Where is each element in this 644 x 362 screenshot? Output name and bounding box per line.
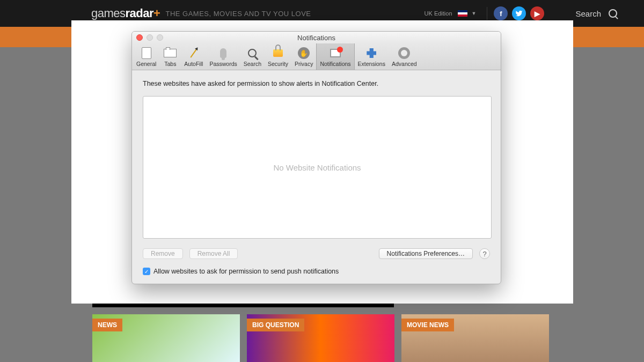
category-badge: MOVIE NEWS xyxy=(401,319,454,331)
tab-tabs[interactable]: Tabs xyxy=(159,43,181,70)
search-icon[interactable] xyxy=(609,9,617,18)
general-icon xyxy=(139,46,154,60)
tagline: THE GAMES, MOVIES AND TV YOU LOVE xyxy=(165,10,311,18)
panel-description: These websites have asked for permission… xyxy=(143,80,490,87)
tab-passwords[interactable]: Passwords xyxy=(206,43,240,70)
help-button[interactable]: ? xyxy=(479,248,490,259)
tab-extensions[interactable]: Extensions xyxy=(355,43,389,70)
hand-icon: ✋ xyxy=(296,46,311,60)
twitter-icon[interactable] xyxy=(512,6,526,20)
tab-search[interactable]: Search xyxy=(240,43,265,70)
facebook-icon[interactable]: f xyxy=(494,6,508,20)
article-card[interactable]: BIG QUESTION xyxy=(247,314,394,362)
pencil-icon xyxy=(186,46,201,60)
tab-autofill[interactable]: AutoFill xyxy=(181,43,206,70)
magnifier-icon xyxy=(245,46,260,60)
divider xyxy=(487,7,487,20)
preferences-toolbar: General Tabs AutoFill Passwords Search S… xyxy=(132,43,501,70)
article-card[interactable]: MOVIE NEWS xyxy=(401,314,549,362)
window-zoom-button[interactable] xyxy=(157,34,163,41)
remove-button: Remove xyxy=(143,248,183,259)
tab-security[interactable]: Security xyxy=(265,43,291,70)
edition-label[interactable]: UK Edition xyxy=(425,10,452,17)
article-cards: NEWS BIG QUESTION MOVIE NEWS xyxy=(92,314,549,362)
site-logo[interactable]: gamesradar+ xyxy=(91,6,160,20)
youtube-icon[interactable]: ▶ xyxy=(530,6,544,20)
lock-icon xyxy=(270,46,286,60)
websites-list[interactable]: No Website Notifications xyxy=(143,96,492,239)
notification-icon xyxy=(328,46,343,60)
chevron-down-icon[interactable]: ▼ xyxy=(472,11,477,16)
tab-advanced[interactable]: Advanced xyxy=(389,43,420,70)
window-titlebar[interactable]: Notifications xyxy=(132,32,501,43)
category-badge: BIG QUESTION xyxy=(247,319,304,331)
article-card[interactable]: NEWS xyxy=(92,314,240,362)
empty-placeholder: No Website Notifications xyxy=(273,163,361,172)
gear-icon xyxy=(397,46,412,60)
allow-push-label: Allow websites to ask for permission to … xyxy=(153,268,339,275)
uk-flag-icon xyxy=(458,10,467,17)
tabs-icon xyxy=(163,46,178,60)
preferences-window: Notifications General Tabs AutoFill Pass… xyxy=(131,31,501,284)
window-title: Notifications xyxy=(132,34,501,42)
window-minimize-button[interactable] xyxy=(147,34,153,41)
allow-push-checkbox[interactable]: ✓ xyxy=(143,268,150,275)
notification-preferences-button[interactable]: Notifications Preferences… xyxy=(379,248,473,259)
key-icon xyxy=(216,46,231,60)
tab-general[interactable]: General xyxy=(133,43,159,70)
window-close-button[interactable] xyxy=(136,34,143,41)
puzzle-icon xyxy=(364,46,379,60)
category-badge: NEWS xyxy=(92,319,122,331)
remove-all-button: Remove All xyxy=(189,248,238,259)
tab-privacy[interactable]: ✋ Privacy xyxy=(291,43,316,70)
tab-notifications[interactable]: Notifications xyxy=(316,43,354,70)
search-label[interactable]: Search xyxy=(575,9,601,18)
